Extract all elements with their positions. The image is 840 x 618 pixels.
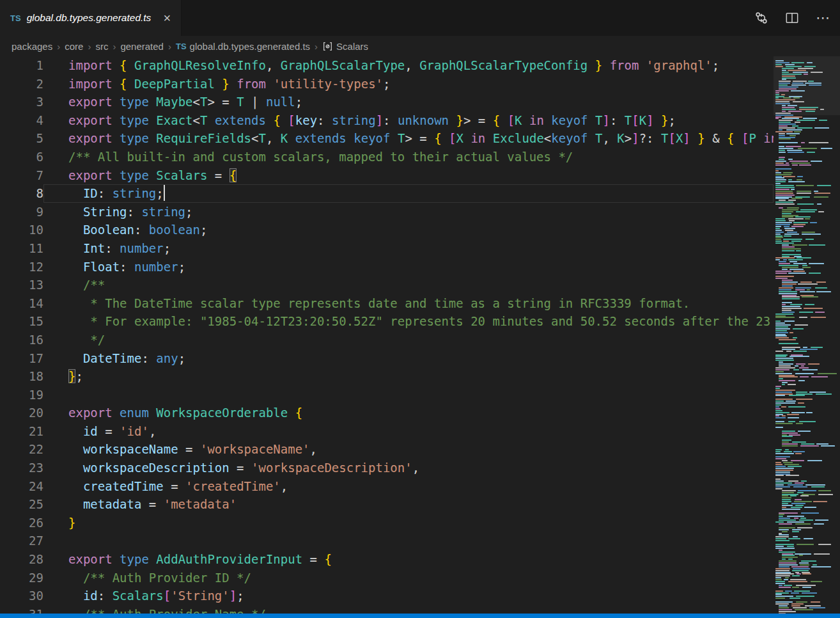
code-token: ] <box>632 131 639 145</box>
line-text[interactable]: export type AddAuthProviderInput = { <box>43 550 774 569</box>
line-text[interactable]: import { GraphQLResolveInfo, GraphQLScal… <box>43 56 774 75</box>
code-token: GraphQLScalarType <box>281 58 405 72</box>
line-number: 10 <box>0 221 43 239</box>
code-token: String <box>83 205 127 219</box>
line-text[interactable]: workspaceName = 'workspaceName', <box>43 440 774 459</box>
code-token: DeepPartial <box>134 77 215 91</box>
breadcrumb-item-packages[interactable]: packages <box>12 41 52 52</box>
code-token: export <box>68 406 113 420</box>
line-number: 15 <box>0 312 43 331</box>
code-token: T <box>237 95 244 109</box>
more-actions-icon[interactable]: ⋯ <box>816 11 830 25</box>
code-token: 'String' <box>171 589 229 603</box>
breadcrumb-item-core[interactable]: core <box>65 41 83 52</box>
breadcrumb-item-src[interactable]: src <box>95 41 108 52</box>
code-token: Scalars <box>113 589 164 603</box>
line-text[interactable] <box>43 532 774 550</box>
code-token <box>734 131 741 145</box>
code-area[interactable]: 1import { GraphQLResolveInfo, GraphQLSca… <box>0 56 774 614</box>
line-text[interactable]: */ <box>43 331 774 349</box>
code-token: id <box>83 589 98 603</box>
code-line-27: 27 <box>0 532 774 550</box>
line-number: 29 <box>0 569 43 587</box>
line-text[interactable]: * For example: "1985-04-12T23:20:50.52Z"… <box>43 312 774 331</box>
line-text[interactable]: DateTime: any; <box>43 349 774 368</box>
split-editor-icon[interactable] <box>785 11 799 25</box>
code-token <box>266 77 273 91</box>
compare-changes-icon[interactable] <box>754 11 768 25</box>
minimap-slider[interactable] <box>774 56 840 115</box>
line-text[interactable]: } <box>43 514 774 532</box>
line-text[interactable]: String: string; <box>43 203 774 221</box>
code-token: 'id' <box>120 424 149 438</box>
code-token <box>756 131 763 145</box>
code-token: { <box>120 58 127 72</box>
line-text[interactable]: id: Scalars['String']; <box>43 587 774 605</box>
line-number: 23 <box>0 459 43 477</box>
code-token: any <box>156 351 178 365</box>
code-token: 'createdTime' <box>185 479 281 493</box>
code-token: DateTime <box>83 351 142 365</box>
line-text[interactable]: id = 'id', <box>43 422 774 441</box>
line-text[interactable]: import { DeepPartial } from 'utility-typ… <box>43 75 774 93</box>
line-text[interactable]: Int: number; <box>43 239 774 258</box>
line-text[interactable]: /** Auth Provider Name */ <box>43 605 774 614</box>
code-token: Maybe <box>156 95 192 109</box>
line-text[interactable]: * The DateTime scalar type represents da… <box>43 294 774 313</box>
line-text[interactable]: metadata = 'metadata' <box>43 495 774 514</box>
code-token: key <box>295 113 317 127</box>
code-token: = <box>207 168 229 182</box>
code-token <box>587 58 595 72</box>
code-token: K <box>281 131 288 145</box>
code-token: = <box>302 552 324 566</box>
line-text[interactable]: /** Auth Provider ID */ <box>43 569 774 587</box>
code-token: WorkspaceOrderable <box>156 406 288 420</box>
tab-global-db-types-generated-ts[interactable]: TS global.db.types.generated.ts × <box>0 0 182 36</box>
code-token <box>463 131 471 145</box>
code-token: * The DateTime scalar type represents da… <box>68 296 690 310</box>
line-text[interactable]: }; <box>43 367 774 386</box>
code-token: /** Auth Provider ID */ <box>68 571 251 585</box>
line-text[interactable]: Float: number; <box>43 258 774 276</box>
code-token <box>127 77 134 91</box>
line-text[interactable]: Boolean: boolean; <box>43 221 774 239</box>
line-number: 13 <box>0 276 43 294</box>
code-token <box>690 131 697 145</box>
line-text[interactable]: /** All built-in and custom scalars, map… <box>43 148 774 166</box>
line-text[interactable]: /** <box>43 276 774 294</box>
close-tab-icon[interactable]: × <box>163 12 171 24</box>
code-line-16: 16 */ <box>0 331 774 349</box>
code-token: ; <box>295 95 302 109</box>
line-text[interactable] <box>43 386 774 404</box>
code-token: 'metadata' <box>164 497 237 511</box>
line-text[interactable]: export type Scalars = { <box>43 166 774 185</box>
code-token: K <box>617 131 624 145</box>
breadcrumb-item-generated[interactable]: generated <box>120 41 164 52</box>
line-text[interactable]: export enum WorkspaceOrderable { <box>43 404 774 422</box>
code-token <box>442 131 449 145</box>
minimap[interactable] <box>774 56 840 614</box>
code-token: & <box>705 131 727 145</box>
line-number: 9 <box>0 203 43 221</box>
breadcrumb-item-global-db-types-generated-ts[interactable]: TSglobal.db.types.generated.ts <box>176 41 310 52</box>
line-text[interactable]: workspaceDescription = 'workspaceDescrip… <box>43 459 774 477</box>
line-text[interactable]: createdTime = 'createdTime', <box>43 477 774 496</box>
code-token: : <box>610 113 625 127</box>
code-token: ; <box>178 351 185 365</box>
line-number: 22 <box>0 440 43 459</box>
line-text[interactable]: export type Exact<T extends { [key: stri… <box>43 111 774 130</box>
code-token <box>68 205 83 219</box>
code-token: : <box>134 223 149 237</box>
code-line-1: 1import { GraphQLResolveInfo, GraphQLSca… <box>0 56 774 75</box>
code-token: K <box>639 113 646 127</box>
code-token: = <box>164 479 185 493</box>
line-number: 16 <box>0 331 43 349</box>
code-token <box>68 241 83 255</box>
breadcrumb-item-scalars[interactable]: Scalars <box>322 41 368 52</box>
line-text[interactable]: export type RequireFields<T, K extends k… <box>43 129 774 148</box>
line-text[interactable]: export type Maybe<T> = T | null; <box>43 93 774 111</box>
line-text[interactable]: ID: string; <box>43 184 774 203</box>
code-token: : <box>120 260 134 274</box>
code-line-3: 3export type Maybe<T> = T | null; <box>0 93 774 111</box>
code-token: extends <box>215 113 266 127</box>
